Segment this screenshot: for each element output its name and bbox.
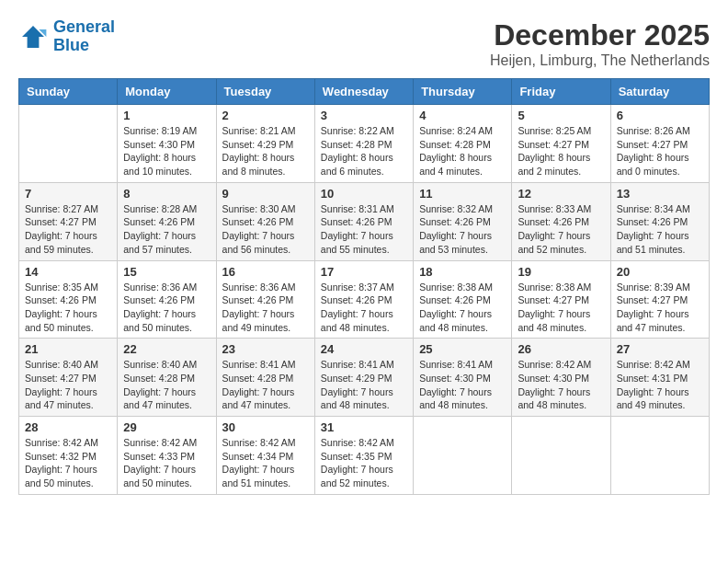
sunrise-text: Sunrise: 8:35 AM	[25, 281, 111, 294]
svg-marker-0	[22, 26, 44, 48]
day-number: 29	[123, 420, 210, 434]
title-block: December 2025 Heijen, Limburg, The Nethe…	[490, 18, 710, 69]
calendar-cell	[414, 417, 512, 495]
sunrise-text: Sunrise: 8:27 AM	[25, 202, 111, 216]
day-info: Sunrise: 8:42 AM Sunset: 4:34 PM Dayligh…	[222, 436, 309, 490]
sunset-text: Sunset: 4:27 PM	[25, 215, 111, 229]
sunrise-text: Sunrise: 8:42 AM	[25, 436, 111, 450]
header-thursday: Thursday	[414, 79, 512, 105]
day-number: 28	[25, 420, 111, 434]
daylight-text: Daylight: 7 hours and 51 minutes.	[222, 463, 309, 489]
day-info: Sunrise: 8:42 AM Sunset: 4:35 PM Dayligh…	[321, 436, 407, 490]
sunset-text: Sunset: 4:28 PM	[123, 372, 210, 385]
calendar-cell: 20 Sunrise: 8:39 AM Sunset: 4:27 PM Dayl…	[610, 260, 709, 339]
day-info: Sunrise: 8:37 AM Sunset: 4:26 PM Dayligh…	[321, 281, 407, 335]
header-monday: Monday	[118, 79, 216, 105]
day-info: Sunrise: 8:34 AM Sunset: 4:26 PM Dayligh…	[617, 202, 703, 257]
day-info: Sunrise: 8:28 AM Sunset: 4:26 PM Dayligh…	[123, 202, 210, 257]
day-info: Sunrise: 8:39 AM Sunset: 4:27 PM Dayligh…	[617, 281, 703, 335]
day-number: 4	[419, 109, 506, 122]
calendar-cell: 25 Sunrise: 8:41 AM Sunset: 4:30 PM Dayl…	[414, 339, 512, 417]
sunset-text: Sunset: 4:26 PM	[123, 293, 210, 307]
day-info: Sunrise: 8:32 AM Sunset: 4:26 PM Dayligh…	[419, 202, 506, 257]
sunrise-text: Sunrise: 8:42 AM	[617, 358, 703, 372]
sunset-text: Sunset: 4:32 PM	[25, 450, 111, 464]
day-number: 16	[222, 265, 309, 279]
day-info: Sunrise: 8:36 AM Sunset: 4:26 PM Dayligh…	[222, 281, 309, 335]
day-info: Sunrise: 8:36 AM Sunset: 4:26 PM Dayligh…	[123, 281, 210, 335]
sunrise-text: Sunrise: 8:25 AM	[518, 124, 604, 138]
daylight-text: Daylight: 7 hours and 53 minutes.	[419, 229, 506, 256]
daylight-text: Daylight: 8 hours and 2 minutes.	[518, 151, 604, 178]
calendar-cell: 16 Sunrise: 8:36 AM Sunset: 4:26 PM Dayl…	[216, 260, 314, 339]
day-info: Sunrise: 8:30 AM Sunset: 4:26 PM Dayligh…	[222, 202, 309, 257]
calendar-cell: 7 Sunrise: 8:27 AM Sunset: 4:27 PM Dayli…	[19, 182, 118, 260]
calendar-cell	[512, 417, 610, 495]
day-info: Sunrise: 8:31 AM Sunset: 4:26 PM Dayligh…	[321, 202, 407, 257]
calendar-week-row: 14 Sunrise: 8:35 AM Sunset: 4:26 PM Dayl…	[19, 260, 710, 339]
daylight-text: Daylight: 7 hours and 55 minutes.	[321, 229, 407, 256]
day-info: Sunrise: 8:35 AM Sunset: 4:26 PM Dayligh…	[25, 281, 111, 335]
sunset-text: Sunset: 4:28 PM	[222, 372, 309, 385]
sunset-text: Sunset: 4:26 PM	[419, 215, 506, 229]
daylight-text: Daylight: 7 hours and 47 minutes.	[222, 385, 309, 412]
sunset-text: Sunset: 4:35 PM	[321, 450, 407, 464]
sunset-text: Sunset: 4:27 PM	[617, 293, 703, 307]
calendar-cell: 21 Sunrise: 8:40 AM Sunset: 4:27 PM Dayl…	[19, 339, 118, 417]
daylight-text: Daylight: 7 hours and 47 minutes.	[123, 385, 210, 412]
day-number: 13	[617, 187, 703, 201]
daylight-text: Daylight: 7 hours and 48 minutes.	[518, 385, 604, 412]
sunrise-text: Sunrise: 8:37 AM	[321, 281, 407, 294]
daylight-text: Daylight: 7 hours and 52 minutes.	[518, 229, 604, 256]
sunrise-text: Sunrise: 8:38 AM	[518, 281, 604, 294]
daylight-text: Daylight: 7 hours and 47 minutes.	[25, 385, 111, 412]
daylight-text: Daylight: 8 hours and 8 minutes.	[222, 151, 309, 178]
day-info: Sunrise: 8:42 AM Sunset: 4:32 PM Dayligh…	[25, 436, 111, 490]
daylight-text: Daylight: 7 hours and 56 minutes.	[222, 229, 309, 256]
daylight-text: Daylight: 7 hours and 59 minutes.	[25, 229, 111, 256]
daylight-text: Daylight: 7 hours and 48 minutes.	[518, 307, 604, 334]
day-info: Sunrise: 8:25 AM Sunset: 4:27 PM Dayligh…	[518, 124, 604, 178]
calendar-cell: 15 Sunrise: 8:36 AM Sunset: 4:26 PM Dayl…	[118, 260, 216, 339]
header-friday: Friday	[512, 79, 610, 105]
sunrise-text: Sunrise: 8:31 AM	[321, 202, 407, 216]
calendar-cell: 30 Sunrise: 8:42 AM Sunset: 4:34 PM Dayl…	[216, 417, 314, 495]
daylight-text: Daylight: 7 hours and 49 minutes.	[222, 307, 309, 334]
calendar-week-row: 21 Sunrise: 8:40 AM Sunset: 4:27 PM Dayl…	[19, 339, 710, 417]
day-number: 6	[617, 109, 703, 122]
day-info: Sunrise: 8:33 AM Sunset: 4:26 PM Dayligh…	[518, 202, 604, 257]
day-number: 11	[419, 187, 506, 201]
location: Heijen, Limburg, The Netherlands	[490, 52, 710, 69]
daylight-text: Daylight: 7 hours and 50 minutes.	[25, 463, 111, 489]
day-number: 21	[25, 342, 111, 356]
calendar-cell: 3 Sunrise: 8:22 AM Sunset: 4:28 PM Dayli…	[314, 105, 413, 183]
day-info: Sunrise: 8:41 AM Sunset: 4:30 PM Dayligh…	[419, 358, 506, 412]
day-number: 10	[321, 187, 407, 201]
day-info: Sunrise: 8:42 AM Sunset: 4:33 PM Dayligh…	[123, 436, 210, 490]
calendar-header-row: SundayMondayTuesdayWednesdayThursdayFrid…	[19, 79, 710, 105]
sunrise-text: Sunrise: 8:33 AM	[518, 202, 604, 216]
header-sunday: Sunday	[19, 79, 118, 105]
calendar-week-row: 7 Sunrise: 8:27 AM Sunset: 4:27 PM Dayli…	[19, 182, 710, 260]
calendar-cell: 12 Sunrise: 8:33 AM Sunset: 4:26 PM Dayl…	[512, 182, 610, 260]
sunset-text: Sunset: 4:27 PM	[617, 138, 703, 152]
sunrise-text: Sunrise: 8:40 AM	[25, 358, 111, 372]
day-number: 1	[123, 109, 210, 122]
calendar-cell: 31 Sunrise: 8:42 AM Sunset: 4:35 PM Dayl…	[314, 417, 413, 495]
sunset-text: Sunset: 4:26 PM	[123, 215, 210, 229]
sunrise-text: Sunrise: 8:22 AM	[321, 124, 407, 138]
day-number: 27	[617, 342, 703, 356]
day-number: 19	[518, 265, 604, 279]
sunrise-text: Sunrise: 8:38 AM	[419, 281, 506, 294]
sunrise-text: Sunrise: 8:36 AM	[222, 281, 309, 294]
day-number: 14	[25, 265, 111, 279]
sunset-text: Sunset: 4:26 PM	[25, 293, 111, 307]
sunrise-text: Sunrise: 8:28 AM	[123, 202, 210, 216]
day-number: 7	[25, 187, 111, 201]
day-info: Sunrise: 8:40 AM Sunset: 4:28 PM Dayligh…	[123, 358, 210, 412]
sunset-text: Sunset: 4:26 PM	[321, 293, 407, 307]
calendar-cell: 14 Sunrise: 8:35 AM Sunset: 4:26 PM Dayl…	[19, 260, 118, 339]
sunrise-text: Sunrise: 8:24 AM	[419, 124, 506, 138]
calendar-cell	[19, 105, 118, 183]
day-number: 3	[321, 109, 407, 122]
